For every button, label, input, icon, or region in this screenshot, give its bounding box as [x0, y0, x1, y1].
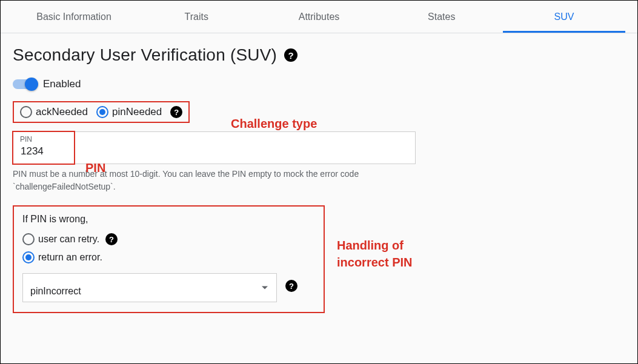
- chevron-down-icon: [262, 286, 268, 290]
- annotation-pin: PIN: [85, 161, 105, 175]
- help-icon[interactable]: ?: [284, 48, 297, 62]
- radio-pinneeded[interactable]: pinNeeded: [96, 106, 162, 118]
- error-select[interactable]: Error pinIncorrect: [22, 273, 277, 302]
- pin-helper-text: PIN must be a number at most 10-digit. Y…: [13, 168, 416, 193]
- page-title: Secondary User Verification (SUV): [13, 45, 277, 65]
- tab-basic-information[interactable]: Basic Information: [13, 1, 135, 33]
- tab-traits[interactable]: Traits: [135, 1, 258, 33]
- tabs-bar: Basic Information Traits Attributes Stat…: [1, 1, 637, 33]
- radio-ackneeded-label: ackNeeded: [36, 106, 88, 118]
- annotation-handling: Handling of incorrect PIN: [337, 237, 412, 271]
- radio-pinneeded-label: pinNeeded: [112, 106, 162, 118]
- tab-suv[interactable]: SUV: [503, 1, 625, 33]
- wrong-pin-prompt: If PIN is wrong,: [22, 214, 315, 225]
- error-select-value: pinIncorrect: [30, 286, 81, 296]
- radio-ackneeded[interactable]: ackNeeded: [20, 106, 88, 118]
- tab-attributes[interactable]: Attributes: [258, 1, 380, 33]
- radio-return-error[interactable]: return an error.: [22, 251, 102, 263]
- pin-field-label: PIN: [20, 135, 32, 144]
- help-icon[interactable]: ?: [285, 280, 297, 292]
- pin-input[interactable]: [13, 131, 416, 164]
- radio-user-can-retry[interactable]: user can retry.: [22, 233, 99, 245]
- challenge-type-group: ackNeeded pinNeeded ?: [13, 101, 190, 123]
- tab-states[interactable]: States: [380, 1, 503, 33]
- radio-return-error-label: return an error.: [38, 252, 102, 263]
- annotation-challenge-type: Challenge type: [231, 117, 317, 131]
- radio-user-can-retry-label: user can retry.: [38, 234, 99, 245]
- enabled-toggle[interactable]: [13, 79, 37, 89]
- help-icon[interactable]: ?: [170, 106, 182, 118]
- wrong-pin-box: If PIN is wrong, user can retry. ? retur…: [13, 205, 325, 313]
- help-icon[interactable]: ?: [105, 233, 118, 245]
- enabled-label: Enabled: [43, 78, 81, 90]
